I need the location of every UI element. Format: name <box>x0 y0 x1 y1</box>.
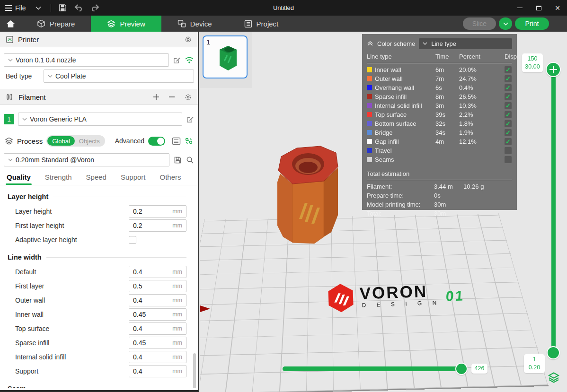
tune-parameters-icon[interactable] <box>185 137 193 145</box>
setting-label: Layer height <box>8 208 129 215</box>
wifi-icon[interactable] <box>185 56 194 64</box>
add-filament-icon[interactable] <box>153 94 159 100</box>
process-scope-toggle[interactable]: Global Objects <box>46 135 105 147</box>
parameter-list-icon[interactable] <box>172 137 181 145</box>
gear-icon[interactable] <box>184 93 192 101</box>
tab-speed[interactable]: Speed <box>86 173 106 185</box>
display-checkbox[interactable] <box>505 93 512 100</box>
print-options-button[interactable] <box>499 17 512 30</box>
tab-strength[interactable]: Strength <box>45 173 72 185</box>
remove-filament-icon[interactable] <box>168 94 175 100</box>
file-menu-expand-button[interactable] <box>30 0 47 16</box>
line-width-first-layer-input[interactable]: 0.5mm <box>129 280 186 292</box>
line-width-top-surface-input[interactable]: 0.4mm <box>129 322 186 335</box>
preview-viewport[interactable]: VORON D E S I G N 01 1 <box>200 32 567 392</box>
cube-icon <box>37 19 45 28</box>
printer-preset-value: Voron 0.1 0.4 nozzle <box>16 56 76 64</box>
first-layer-height-input[interactable]: 0.2mm <box>129 219 186 232</box>
tab-preview[interactable]: Preview <box>91 16 161 32</box>
layer-height-input[interactable]: 0.2mm <box>129 205 186 218</box>
edit-icon[interactable] <box>173 56 181 64</box>
filament-spool-icon <box>6 93 14 101</box>
line-width-sparse-infill-input[interactable]: 0.45mm <box>129 337 186 349</box>
file-menu-button[interactable]: File <box>0 0 30 16</box>
bottom-layer-number: 1 <box>526 356 543 364</box>
adaptive-layer-height-checkbox[interactable] <box>129 236 136 244</box>
save-button[interactable] <box>55 0 71 16</box>
settings-scrollbar[interactable] <box>193 353 196 388</box>
bottom-layer-height: 0.20 <box>526 364 543 372</box>
tab-others[interactable]: Others <box>160 173 181 185</box>
advanced-toggle[interactable] <box>148 137 165 146</box>
color-scheme-select[interactable]: Line type <box>419 38 512 49</box>
edit-icon[interactable] <box>186 115 194 123</box>
group-title-line-width: Line width <box>8 253 186 261</box>
voron-logo-text: VORON <box>359 283 441 301</box>
tab-quality[interactable]: Quality <box>7 173 31 185</box>
slice-button[interactable]: Slice <box>463 17 496 30</box>
minimize-button[interactable] <box>510 0 529 16</box>
process-preset-select[interactable]: 0.20mm Standard @Voron <box>4 153 169 166</box>
advanced-label: Advanced <box>115 137 144 145</box>
legend-row: Top surface39s2.2% <box>367 110 512 119</box>
undo-button[interactable] <box>71 0 87 16</box>
layer-slider-top-tooltip: 150 30.00 <box>522 53 543 72</box>
move-slider-handle[interactable] <box>455 363 468 375</box>
color-swatch <box>367 148 372 153</box>
tab-device[interactable]: Device <box>161 16 228 32</box>
bed-type-label: Bed type <box>4 72 44 80</box>
setting-row: Top surface 0.4mm <box>8 322 186 335</box>
plate-thumbnail[interactable]: 1 <box>203 35 248 78</box>
display-checkbox[interactable] <box>505 138 512 145</box>
gear-icon[interactable] <box>184 35 192 44</box>
line-width-outer-wall-input[interactable]: 0.4mm <box>129 294 186 306</box>
display-checkbox[interactable] <box>505 102 512 109</box>
display-checkbox[interactable] <box>505 147 512 154</box>
display-checkbox[interactable] <box>505 75 512 82</box>
setting-label: Top surface <box>8 325 129 332</box>
collapse-panel-icon[interactable] <box>367 41 373 46</box>
legend-row: Sparse infill8m26.5% <box>367 92 512 101</box>
color-swatch <box>367 103 372 108</box>
printer-preset-select[interactable]: Voron 0.1 0.4 nozzle <box>4 53 169 67</box>
tab-prepare[interactable]: Prepare <box>21 16 91 32</box>
tab-project[interactable]: Project <box>228 16 295 32</box>
display-checkbox[interactable] <box>505 84 512 91</box>
move-slider-track[interactable] <box>283 366 463 371</box>
tab-support[interactable]: Support <box>121 173 146 185</box>
filament-preset-select[interactable]: Voron Generic PLA <box>18 113 182 126</box>
layer-slider-top-handle[interactable] <box>546 62 561 77</box>
device-icon <box>177 19 186 28</box>
setting-label: Adaptive layer height <box>8 236 129 244</box>
layer-slider-bottom-handle[interactable] <box>547 346 560 359</box>
settings-panel: Layer height Layer height 0.2mm First la… <box>0 185 198 388</box>
home-button[interactable] <box>0 16 21 32</box>
close-button[interactable]: ✕ <box>548 0 567 16</box>
print-button[interactable]: Print <box>515 17 549 30</box>
scope-global[interactable]: Global <box>47 136 75 146</box>
legend-row: Overhang wall6s0.4% <box>367 83 512 92</box>
chevron-down-icon <box>22 118 27 121</box>
display-checkbox[interactable] <box>505 66 512 73</box>
tab-project-label: Project <box>257 20 279 28</box>
color-swatch <box>367 139 372 144</box>
layer-view-button[interactable] <box>548 372 560 383</box>
display-checkbox[interactable] <box>505 120 512 127</box>
layer-slider-track[interactable] <box>551 70 556 354</box>
line-width-inner-wall-input[interactable]: 0.45mm <box>129 308 186 321</box>
redo-button[interactable] <box>87 0 103 16</box>
search-icon[interactable] <box>186 156 194 164</box>
chevron-down-icon <box>503 22 508 26</box>
color-swatch <box>367 76 372 81</box>
line-width-internal-solid-infill-input[interactable]: 0.4mm <box>129 351 186 363</box>
display-checkbox[interactable] <box>505 129 512 136</box>
bed-type-select[interactable]: Cool Plate <box>44 70 194 83</box>
save-preset-icon[interactable] <box>174 156 182 164</box>
line-width-support-input[interactable]: 0.4mm <box>129 365 186 377</box>
line-width-default-input[interactable]: 0.4mm <box>129 266 186 278</box>
sliced-model[interactable] <box>270 144 348 246</box>
display-checkbox[interactable] <box>505 111 512 118</box>
maximize-button[interactable] <box>529 0 548 16</box>
scope-objects[interactable]: Objects <box>75 138 104 145</box>
display-checkbox[interactable] <box>505 156 512 163</box>
